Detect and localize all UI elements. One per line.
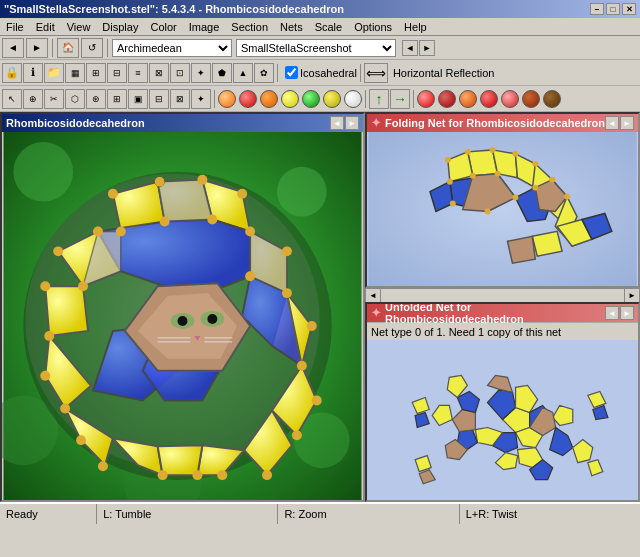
bottom-right-next[interactable]: ► [620, 306, 634, 320]
hscroll-track[interactable] [381, 289, 624, 302]
tb-icon8[interactable]: ⬟ [212, 63, 232, 83]
color-ball-green[interactable] [302, 90, 320, 108]
svg-point-99 [450, 201, 456, 207]
menu-color[interactable]: Color [144, 18, 182, 35]
status-ready: Ready [0, 504, 97, 524]
menu-edit[interactable]: Edit [30, 18, 61, 35]
minimize-button[interactable]: − [590, 3, 604, 15]
model-select[interactable]: SmallStellaScreenshot [236, 39, 396, 57]
folder-icon-btn[interactable]: 📁 [44, 63, 64, 83]
bottom-hscroll-track[interactable] [383, 501, 622, 502]
color-ball-white[interactable] [344, 90, 362, 108]
top-right-prev[interactable]: ◄ [605, 116, 619, 130]
color-ball-orange3[interactable] [459, 90, 477, 108]
maximize-button[interactable]: □ [606, 3, 620, 15]
t3-icon4[interactable]: ⬡ [65, 89, 85, 109]
left-panel-prev[interactable]: ◄ [330, 116, 344, 130]
horiz-reflection-label[interactable]: Horizontal Reflection [393, 67, 495, 79]
tb-icon7[interactable]: ✦ [191, 63, 211, 83]
t3-icon2[interactable]: ⊕ [23, 89, 43, 109]
forward-button[interactable]: ► [26, 38, 48, 58]
left-panel-next[interactable]: ► [345, 116, 359, 130]
t3-icon7[interactable]: ▣ [128, 89, 148, 109]
tb-icon2[interactable]: ⊞ [86, 63, 106, 83]
color-ball-yellow[interactable] [281, 90, 299, 108]
preset-select[interactable]: Archimedean Platonic Kepler-Poinsot [112, 39, 232, 57]
tb-icon5[interactable]: ⊠ [149, 63, 169, 83]
reflection-icon[interactable]: ⟺ [364, 63, 388, 83]
menu-scale[interactable]: Scale [309, 18, 349, 35]
tb-icon9[interactable]: ▲ [233, 63, 253, 83]
t3-icon6[interactable]: ⊞ [107, 89, 127, 109]
svg-point-63 [108, 189, 118, 199]
svg-point-30 [178, 316, 188, 326]
left-panel-title: Rhombicosidodecahedron ◄ ► [2, 114, 363, 132]
t3-icon5[interactable]: ⊛ [86, 89, 106, 109]
svg-point-51 [262, 470, 272, 480]
left-panel: Rhombicosidodecahedron ◄ ► [0, 112, 365, 502]
top-right-canvas[interactable] [367, 132, 638, 286]
color-ball-pink[interactable] [501, 90, 519, 108]
t3-icon8[interactable]: ⊟ [149, 89, 169, 109]
svg-point-48 [297, 361, 307, 371]
color-ball-dark-orange[interactable] [522, 90, 540, 108]
model-prev[interactable]: ◄ [402, 40, 418, 56]
tb-icon6[interactable]: ⊡ [170, 63, 190, 83]
t3-icon9[interactable]: ⊠ [170, 89, 190, 109]
menu-nets[interactable]: Nets [274, 18, 309, 35]
svg-marker-37 [158, 180, 213, 222]
menu-view[interactable]: View [61, 18, 97, 35]
t3-icon10[interactable]: ✦ [191, 89, 211, 109]
close-button[interactable]: ✕ [622, 3, 636, 15]
menu-section[interactable]: Section [225, 18, 274, 35]
color-ball-yellow2[interactable] [323, 90, 341, 108]
color-ball-red3[interactable] [480, 90, 498, 108]
back-button[interactable]: ◄ [2, 38, 24, 58]
color-ball-red2[interactable] [417, 90, 435, 108]
tb-icon1[interactable]: ▦ [65, 63, 85, 83]
tb-icon10[interactable]: ✿ [254, 63, 274, 83]
up-arrow-btn[interactable]: ↑ [369, 89, 389, 109]
left-canvas[interactable] [2, 132, 363, 500]
bottom-hscroll-right[interactable]: ► [622, 501, 638, 503]
tb-icon4[interactable]: ≡ [128, 63, 148, 83]
bottom-right-canvas[interactable] [367, 340, 638, 500]
t3-icon1[interactable]: ↖ [2, 89, 22, 109]
tb-icon3[interactable]: ⊟ [107, 63, 127, 83]
icosahedral-checkbox[interactable] [285, 66, 298, 79]
top-right-title: ✦ Folding Net for Rhombicosidodecahedron… [367, 114, 638, 132]
bottom-hscroll-left[interactable]: ◄ [367, 501, 383, 503]
svg-point-90 [549, 177, 555, 183]
lock-icon-btn[interactable]: 🔒 [2, 63, 22, 83]
menu-file[interactable]: File [0, 18, 30, 35]
svg-marker-85 [507, 236, 535, 263]
right-arrow-btn[interactable]: → [390, 89, 410, 109]
info-icon-btn[interactable]: ℹ [23, 63, 43, 83]
svg-point-60 [40, 281, 50, 291]
svg-point-57 [60, 404, 70, 414]
sep3 [277, 64, 278, 82]
svg-point-96 [532, 185, 538, 191]
menu-options[interactable]: Options [348, 18, 398, 35]
left-panel-title-text: Rhombicosidodecahedron [6, 117, 145, 129]
top-right-next[interactable]: ► [620, 116, 634, 130]
bottom-right-prev[interactable]: ◄ [605, 306, 619, 320]
t3-icon3[interactable]: ✂ [44, 89, 64, 109]
color-ball-brown[interactable] [543, 90, 561, 108]
home-button[interactable]: 🏠 [57, 38, 79, 58]
color-ball-red[interactable] [239, 90, 257, 108]
color-ball-orange[interactable] [218, 90, 236, 108]
horiz-reflection-text: Horizontal Reflection [393, 67, 495, 79]
color-ball-orange2[interactable] [260, 90, 278, 108]
color-ball-dark-red[interactable] [438, 90, 456, 108]
model-next[interactable]: ► [419, 40, 435, 56]
reload-button[interactable]: ↺ [81, 38, 103, 58]
svg-point-97 [470, 173, 476, 179]
svg-point-94 [495, 171, 501, 177]
menu-image[interactable]: Image [183, 18, 226, 35]
menu-display[interactable]: Display [96, 18, 144, 35]
icosahedral-check-label[interactable]: Icosahedral [285, 66, 357, 79]
svg-point-62 [93, 226, 103, 236]
menu-help[interactable]: Help [398, 18, 433, 35]
top-right-panel: ✦ Folding Net for Rhombicosidodecahedron… [365, 112, 640, 288]
